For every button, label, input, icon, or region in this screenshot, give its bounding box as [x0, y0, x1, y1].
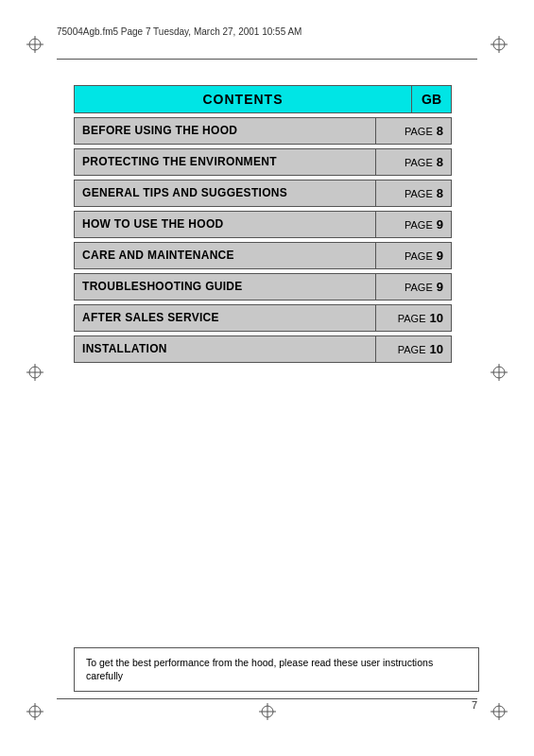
- page-label: PAGE: [398, 344, 426, 355]
- bottom-note: To get the best performance from the hoo…: [74, 647, 479, 692]
- page-number-value: 8: [437, 186, 443, 200]
- page-label: PAGE: [405, 282, 433, 293]
- page-number-value: 10: [430, 342, 443, 356]
- page-number-value: 9: [437, 280, 443, 294]
- toc-item-title: INSTALLATION: [75, 336, 375, 362]
- toc-item-page: PAGE 8: [375, 149, 451, 175]
- toc-row: HOW TO USE THE HOODPAGE 9: [74, 211, 452, 238]
- toc-item-page: PAGE 8: [375, 180, 451, 206]
- page-number-value: 10: [430, 311, 443, 325]
- bottom-divider: [57, 698, 477, 699]
- page-label: PAGE: [405, 188, 433, 199]
- toc-item-page: PAGE 9: [375, 274, 451, 300]
- reg-mark-mid-right: [491, 364, 508, 381]
- reg-mark-top-right: [491, 36, 508, 53]
- toc-row: BEFORE USING THE HOODPAGE 8: [74, 117, 452, 145]
- page-label: PAGE: [405, 219, 433, 231]
- contents-title: CONTENTS: [74, 85, 411, 113]
- page-label: PAGE: [405, 126, 433, 137]
- toc-item-title: TROUBLESHOOTING GUIDE: [75, 274, 375, 300]
- toc-row: CARE AND MAINTENANCEPAGE 9: [74, 242, 452, 269]
- toc-row: AFTER SALES SERVICEPAGE 10: [74, 304, 452, 332]
- reg-mark-bot-right: [491, 703, 508, 720]
- toc-row: GENERAL TIPS AND SUGGESTIONSPAGE 8: [74, 180, 452, 207]
- content-area: CONTENTS GB BEFORE USING THE HOODPAGE 8P…: [74, 85, 452, 367]
- toc-item-title: PROTECTING THE ENVIRONMENT: [75, 149, 375, 175]
- toc-item-title: GENERAL TIPS AND SUGGESTIONS: [75, 180, 375, 206]
- reg-mark-top-left: [26, 36, 43, 53]
- page-number-value: 9: [437, 249, 443, 263]
- page-number-value: 8: [437, 155, 443, 169]
- page-number-value: 9: [437, 217, 443, 232]
- toc-row: INSTALLATIONPAGE 10: [74, 335, 452, 363]
- header-filename: 75004Agb.fm5 Page 7 Tuesday, March 27, 2…: [57, 26, 477, 37]
- contents-header-row: CONTENTS GB: [74, 85, 452, 113]
- toc-item-page: PAGE 8: [375, 118, 451, 144]
- page-label: PAGE: [398, 313, 426, 324]
- toc-row: TROUBLESHOOTING GUIDEPAGE 9: [74, 273, 452, 301]
- toc-item-title: HOW TO USE THE HOOD: [75, 212, 375, 237]
- reg-mark-bot-center: [259, 703, 276, 720]
- toc-item-page: PAGE 10: [375, 305, 451, 331]
- toc-item-title: BEFORE USING THE HOOD: [75, 118, 375, 144]
- page-label: PAGE: [405, 250, 433, 262]
- toc-item-title: AFTER SALES SERVICE: [75, 305, 375, 331]
- reg-mark-mid-left: [26, 364, 43, 381]
- toc-item-page: PAGE 9: [375, 243, 451, 268]
- page-number-value: 8: [437, 124, 443, 138]
- toc-item-page: PAGE 9: [375, 212, 451, 237]
- toc-item-title: CARE AND MAINTENANCE: [75, 243, 375, 268]
- toc-item-page: PAGE 10: [375, 336, 451, 362]
- toc-list: BEFORE USING THE HOODPAGE 8PROTECTING TH…: [74, 117, 452, 363]
- header-text: 75004Agb.fm5 Page 7 Tuesday, March 27, 2…: [57, 26, 301, 37]
- page-number: 7: [472, 699, 477, 711]
- reg-mark-bot-left: [26, 703, 43, 720]
- page: 75004Agb.fm5 Page 7 Tuesday, March 27, 2…: [0, 0, 534, 756]
- top-divider: [57, 59, 477, 60]
- toc-row: PROTECTING THE ENVIRONMENTPAGE 8: [74, 148, 452, 176]
- page-label: PAGE: [405, 157, 433, 168]
- contents-gb-label: GB: [411, 85, 452, 113]
